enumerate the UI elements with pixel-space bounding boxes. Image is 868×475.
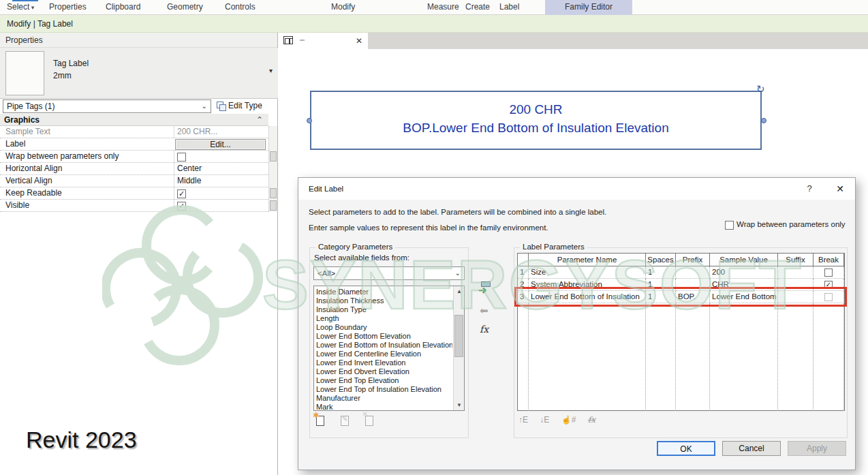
ribbon-tab-clipboard[interactable]: Clipboard bbox=[106, 0, 140, 15]
rotate-grip-icon[interactable]: ↻ bbox=[756, 83, 765, 95]
property-value[interactable]: 200 CHR... bbox=[174, 126, 268, 138]
break-checkbox-cell[interactable]: ✓ bbox=[813, 279, 844, 291]
new-parameter-button[interactable]: ✱ bbox=[315, 414, 326, 427]
edit-parameter-units-button[interactable]: ☝# bbox=[561, 415, 576, 425]
remove-formula-button[interactable]: fx bbox=[588, 415, 595, 425]
ribbon-tab-select[interactable]: Select ▾ bbox=[7, 0, 34, 15]
label-edit-button[interactable]: Edit... bbox=[175, 139, 266, 150]
remove-parameter-from-label-button[interactable]: ⬅ bbox=[480, 305, 504, 317]
category-field-item[interactable]: Insulation Thickness bbox=[316, 296, 452, 305]
category-field-item[interactable]: Lower End Invert Elevation bbox=[316, 358, 452, 367]
list-scrollbar[interactable]: ▲ ▼ bbox=[453, 286, 464, 410]
category-field-item[interactable]: Manufacturer bbox=[316, 394, 452, 403]
tag-label-element[interactable]: 200 CHR BOP.Lower End Bottom of Insulati… bbox=[310, 91, 762, 150]
table-column-header[interactable]: Parameter Name bbox=[529, 254, 646, 266]
category-fields-list[interactable]: Inside DiameterInsulation ThicknessInsul… bbox=[313, 286, 465, 411]
add-parameter-to-label-button[interactable]: ➜ bbox=[477, 280, 495, 296]
edit-parameter-formula-button[interactable]: fx bbox=[480, 324, 504, 335]
property-value[interactable]: ✓ bbox=[174, 200, 268, 211]
table-cell[interactable]: 1 bbox=[646, 291, 676, 303]
category-field-item[interactable]: Inside Diameter bbox=[316, 288, 452, 296]
category-field-item[interactable]: Lower End Bottom Elevation bbox=[316, 332, 452, 341]
close-icon[interactable]: ✕ bbox=[830, 178, 850, 200]
table-cell[interactable]: System Abbreviation bbox=[529, 279, 646, 291]
graphics-section-header[interactable]: Graphics ⌃ bbox=[0, 114, 268, 126]
associate-parameter-button[interactable] bbox=[270, 200, 277, 211]
wrap-between-parameters-checkbox[interactable]: Wrap between parameters only bbox=[725, 220, 846, 230]
table-column-header[interactable]: Spaces bbox=[646, 254, 676, 266]
move-parameter-down-button[interactable]: ↓E bbox=[540, 415, 549, 425]
category-field-item[interactable]: Lower End Obvert Elevation bbox=[316, 367, 452, 376]
table-column-header[interactable]: Sample Value bbox=[710, 254, 778, 266]
table-cell[interactable]: 1 bbox=[646, 266, 676, 279]
table-cell[interactable]: Size bbox=[529, 266, 646, 279]
view-tab[interactable]: ✕ bbox=[278, 33, 368, 49]
category-field-item[interactable]: Lower End Bottom of Insulation Elevation bbox=[316, 341, 452, 350]
ribbon-tab-create[interactable]: Create bbox=[465, 0, 490, 15]
category-field-item[interactable]: Mark bbox=[316, 403, 452, 411]
scrollbar-thumb[interactable] bbox=[454, 315, 463, 357]
type-selector[interactable]: Tag Label 2mm ▾ bbox=[0, 48, 278, 99]
apply-button[interactable]: Apply bbox=[788, 441, 846, 456]
checkbox-icon[interactable]: ✓ bbox=[824, 281, 833, 289]
break-checkbox-cell[interactable] bbox=[813, 291, 844, 303]
table-column-header[interactable]: Break bbox=[813, 254, 844, 266]
checkbox-icon[interactable] bbox=[824, 293, 833, 301]
associate-parameter-button[interactable] bbox=[270, 188, 277, 198]
table-column-header[interactable]: Suffix bbox=[778, 254, 813, 266]
category-field-item[interactable]: Lower End Top of Insulation Elevation bbox=[316, 385, 452, 394]
category-field-item[interactable]: Length bbox=[316, 314, 452, 323]
ribbon-tab-measure[interactable]: Measure bbox=[427, 0, 459, 15]
view-tab-close-icon[interactable]: ✕ bbox=[353, 35, 365, 47]
edit-parameter-button[interactable]: ✎ bbox=[339, 414, 351, 427]
dialog-title[interactable]: Edit Label bbox=[298, 178, 855, 200]
section-collapse-icon[interactable]: ⌃ bbox=[256, 114, 263, 126]
table-cell[interactable] bbox=[676, 266, 710, 279]
cancel-button[interactable]: Cancel bbox=[722, 441, 781, 456]
property-value[interactable]: Center bbox=[174, 163, 268, 174]
right-grip[interactable] bbox=[761, 118, 766, 123]
edit-type-button[interactable]: Edit Type bbox=[217, 99, 275, 113]
table-cell[interactable] bbox=[778, 291, 813, 303]
category-field-item[interactable]: Loop Boundary bbox=[316, 323, 452, 332]
ribbon-tab-geometry[interactable]: Geometry bbox=[167, 0, 203, 15]
ribbon-tab-properties[interactable]: Properties bbox=[49, 0, 87, 15]
checkbox-icon[interactable] bbox=[824, 269, 833, 277]
table-cell[interactable]: 200 bbox=[710, 266, 778, 279]
checkbox-icon[interactable]: ✓ bbox=[177, 189, 186, 198]
property-value[interactable] bbox=[174, 151, 268, 162]
category-filter-combo[interactable]: <All> ⌄ bbox=[313, 266, 465, 280]
table-cell[interactable] bbox=[778, 279, 813, 291]
checkbox-icon[interactable] bbox=[177, 153, 186, 162]
property-value[interactable]: ✓ bbox=[174, 187, 268, 199]
scroll-up-icon[interactable]: ▲ bbox=[454, 286, 465, 296]
help-icon[interactable]: ? bbox=[801, 178, 818, 200]
table-cell[interactable]: BOP. bbox=[676, 291, 710, 303]
table-cell[interactable] bbox=[778, 266, 813, 279]
category-field-item[interactable]: Lower End Top Elevation bbox=[316, 376, 452, 385]
ribbon-panel-family-editor[interactable]: Family Editor bbox=[545, 0, 632, 15]
table-cell[interactable] bbox=[676, 279, 710, 291]
table-cell[interactable]: Lower End Bottom bbox=[710, 291, 778, 303]
ok-button[interactable]: OK bbox=[657, 441, 715, 456]
table-cell[interactable]: Lower End Bottom of Insulation bbox=[529, 291, 646, 303]
delete-parameter-button[interactable]: ✕ bbox=[364, 414, 375, 427]
left-grip[interactable] bbox=[307, 118, 312, 123]
table-column-header[interactable] bbox=[518, 254, 529, 266]
table-cell[interactable]: 1 bbox=[646, 279, 676, 291]
property-value[interactable]: Middle bbox=[174, 175, 268, 187]
ribbon-tab-modify[interactable]: Modify bbox=[331, 0, 355, 15]
category-field-item[interactable]: Insulation Type bbox=[316, 305, 452, 314]
type-selector-dropdown-icon[interactable]: ▾ bbox=[269, 67, 273, 74]
scroll-down-icon[interactable]: ▼ bbox=[454, 400, 465, 410]
break-checkbox-cell[interactable] bbox=[813, 266, 844, 279]
table-column-header[interactable]: Prefix bbox=[676, 254, 710, 266]
properties-filter-combo[interactable]: Pipe Tags (1) ⌄ bbox=[3, 99, 211, 113]
move-parameter-up-button[interactable]: ↑E bbox=[518, 415, 528, 425]
category-field-item[interactable]: Lower End Centerline Elevation bbox=[316, 350, 452, 358]
table-cell[interactable]: CHR bbox=[710, 279, 778, 291]
checkbox-icon[interactable] bbox=[725, 221, 734, 230]
associate-parameter-button[interactable] bbox=[270, 151, 277, 162]
ribbon-tab-controls[interactable]: Controls bbox=[225, 0, 255, 15]
ribbon-tab-label[interactable]: Label bbox=[499, 0, 519, 15]
